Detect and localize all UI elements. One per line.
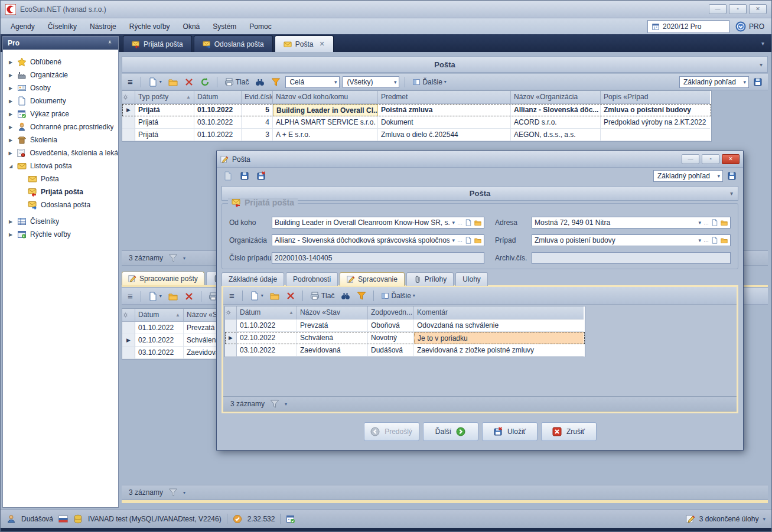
filter-button[interactable] (355, 290, 368, 302)
grid-cell[interactable]: Prijatá (135, 116, 194, 129)
tab-prijata-posta[interactable]: Prijatá pošta (123, 35, 192, 52)
dropdown-icon[interactable]: ▾ (452, 220, 455, 226)
print-button[interactable]: Tlač (223, 76, 251, 88)
dialog-minimize-button[interactable]: — (682, 154, 699, 164)
column-header-nazov-od-koho[interactable]: Názov «Od koho/komu (273, 91, 378, 104)
period-selector[interactable]: 2020/12 Pro (647, 20, 729, 33)
open-folder-icon[interactable] (721, 237, 728, 244)
dialog-close-button[interactable]: ✕ (722, 154, 740, 164)
maximize-button[interactable]: ▫ (729, 4, 747, 14)
sidebar-item-skolenia[interactable]: ▶Školenia (3, 133, 118, 146)
column-header-organizacia[interactable]: Názov «Organizácia (511, 91, 601, 104)
tabstrip-dropdown-icon[interactable]: ▾ (761, 40, 764, 47)
lookup-icon[interactable]: … (703, 237, 709, 243)
tab-close-icon[interactable]: ✕ (319, 40, 324, 48)
close-button[interactable]: ✕ (749, 4, 767, 14)
column-header-zodpovedny[interactable]: Zodpovedn... (368, 306, 414, 319)
grid-cell[interactable]: ALPHA SMART SERVICE s.r.o. (273, 116, 378, 129)
save-button[interactable] (238, 170, 251, 182)
grid-cell[interactable]: Poistná zmluva (378, 104, 511, 116)
save-view-button[interactable] (751, 76, 764, 88)
tab-ulohy[interactable]: Ulohy (455, 272, 488, 286)
menu-agendy[interactable]: Agendy (4, 20, 41, 33)
column-header-datum[interactable]: Dátum▲ (135, 309, 184, 322)
filter-funnel-icon[interactable] (168, 488, 178, 497)
grid-corner[interactable] (122, 309, 135, 322)
grid-corner[interactable] (122, 91, 135, 104)
tab-podrobnosti[interactable]: Podrobnosti (286, 272, 338, 286)
grid-cell-focused[interactable]: Je to v poriadku (414, 332, 584, 344)
tab-posta[interactable]: Pošta ✕ (275, 35, 334, 52)
grid-corner[interactable] (225, 306, 237, 319)
expand-icon[interactable]: ▶ (8, 73, 14, 78)
open-record-button[interactable] (167, 291, 180, 302)
view-combobox[interactable]: Základný pohľad▾ (653, 170, 723, 182)
sidebar-item-prijata-posta[interactable]: Prijatá pošta (3, 185, 118, 198)
table-row[interactable]: 03.10.2022 Zaevidovaná Dudášová Zaevidov… (225, 344, 585, 357)
tab-prilohy[interactable]: Prílohy (406, 272, 454, 286)
expand-icon[interactable]: ▶ (8, 60, 14, 65)
sidebar-item-listova-posta[interactable]: ◢Listová pošta (3, 159, 118, 172)
tab-spracovanie-posty[interactable]: Spracovanie pošty (122, 272, 204, 285)
pin-icon[interactable] (106, 40, 113, 47)
toolbar-menu-icon[interactable]: ≡ (227, 291, 237, 301)
refresh-button[interactable] (198, 76, 211, 88)
new-record-button[interactable]: ▾ (248, 290, 265, 302)
grid-cell[interactable]: 01.10.2022 (237, 319, 297, 332)
sidebar-item-posta[interactable]: Pošta (3, 172, 118, 185)
grid-cell[interactable]: Zaevidovaná z zložke poistné zmluvy (414, 344, 584, 357)
scope-combobox[interactable]: Celá▾ (285, 76, 340, 88)
grid-cell[interactable]: Allianz - Slovenská dôc... (511, 104, 601, 116)
filter-funnel-icon[interactable] (270, 399, 279, 409)
adresa-combobox[interactable]: Mostná 72, 949 01 Nitra ▾ … (532, 217, 731, 229)
grid-cell[interactable]: 02.10.2022 (135, 334, 184, 347)
expand-icon[interactable]: ▶ (8, 151, 13, 156)
table-row[interactable]: ▶ Prijatá 01.10.2022 5 Building Leader i… (122, 104, 711, 116)
grid-cell[interactable]: 03.10.2022 (237, 344, 297, 357)
sidebar-item-osvedcenia[interactable]: ▶Osvedčenia, školenia a leká... (3, 146, 118, 159)
new-record-button[interactable]: ▾ (146, 76, 164, 88)
column-header-evid-cislo[interactable]: Evid.číslo (242, 91, 273, 104)
column-header-datum[interactable]: Dátum▲ (237, 306, 297, 319)
grid-cell[interactable]: AEGON, d.s.s., a.s. (511, 129, 601, 141)
dialog-maximize-button[interactable]: ▫ (702, 154, 719, 164)
grid-cell[interactable]: A + E s.r.o. (273, 129, 378, 141)
toolbar-menu-icon[interactable]: ≡ (125, 77, 135, 87)
table-row[interactable]: Prijatá 01.10.2022 3 A + E s.r.o. Zmluva… (122, 129, 711, 141)
grid-cell[interactable]: Prijatá (135, 104, 194, 116)
filter-funnel-icon[interactable] (168, 253, 178, 263)
lookup-icon[interactable]: … (457, 237, 462, 243)
column-header-komentar[interactable]: Komentár (414, 306, 584, 319)
collapse-icon[interactable]: ◢ (8, 164, 14, 169)
minimize-button[interactable]: — (709, 4, 727, 14)
cancel-button[interactable]: Zrušiť (541, 422, 597, 441)
grid-cell[interactable] (601, 129, 710, 141)
expand-icon[interactable]: ▶ (8, 125, 14, 130)
menu-system[interactable]: Systém (206, 20, 243, 33)
menu-okna[interactable]: Okná (177, 20, 207, 33)
sidebar-item-vykaz-prace[interactable]: ▶Výkaz práce (3, 107, 118, 120)
pripad-combobox[interactable]: Zmluva o poistení budovy ▾ … (532, 234, 731, 246)
next-button[interactable]: Ďalší (423, 422, 478, 441)
tab-zakladne-udaje[interactable]: Základné údaje (221, 272, 284, 286)
sidebar-item-odoslana-posta[interactable]: Odoslaná pošta (3, 198, 118, 211)
grid-cell[interactable]: 03.10.2022 (194, 116, 242, 129)
grid-cell[interactable]: 01.10.2022 (194, 104, 242, 116)
table-row[interactable]: 01.10.2022 Prevzatá Oboňová Odovzdaná na… (225, 319, 585, 332)
grid-cell[interactable]: Schválená (297, 332, 368, 344)
dialog-header-dropdown-icon[interactable]: ▾ (730, 190, 733, 197)
archiv-field[interactable] (532, 252, 731, 264)
open-record-icon[interactable] (711, 219, 718, 226)
expand-icon[interactable]: ▶ (8, 99, 14, 104)
tab-odoslana-posta[interactable]: Odoslaná pošta (194, 35, 273, 52)
menu-rychle-volby[interactable]: Rýchle voľby (123, 20, 177, 33)
sidebar-item-rychle-volby[interactable]: ▶Rýchle voľby (3, 228, 118, 241)
expand-icon[interactable]: ▶ (8, 232, 14, 237)
search-button[interactable] (253, 76, 266, 88)
filter-button[interactable] (269, 76, 282, 88)
filter-combobox[interactable]: (Všetky)▾ (343, 76, 399, 88)
open-record-icon[interactable] (465, 219, 472, 226)
column-header-datum[interactable]: Dátum (194, 91, 242, 104)
open-record-icon[interactable] (465, 237, 472, 244)
delete-record-button[interactable] (284, 290, 297, 302)
